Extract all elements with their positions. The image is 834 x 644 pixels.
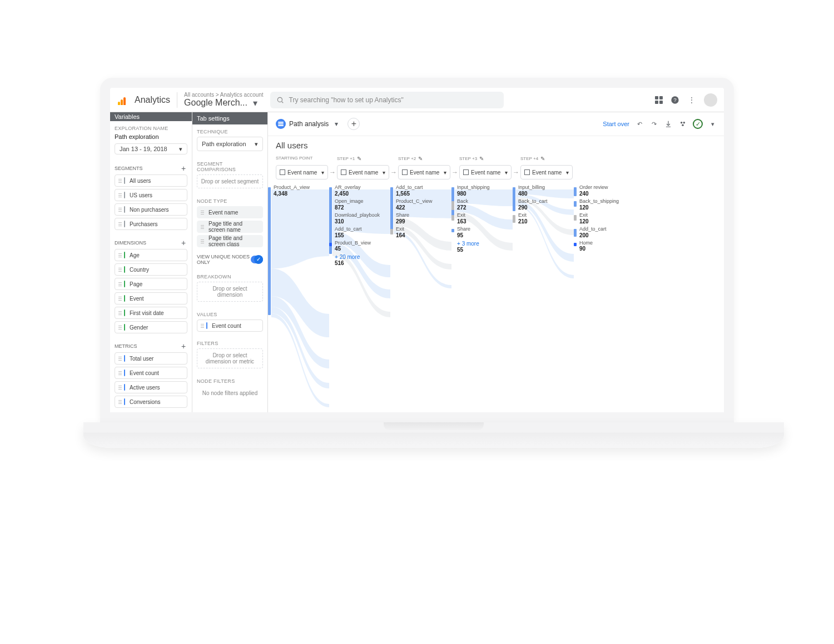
analytics-logo-icon bbox=[118, 95, 128, 105]
node-5-2[interactable]: Exit120 bbox=[574, 213, 635, 224]
breakdown-dropzone[interactable]: Drop or select dimension bbox=[197, 282, 263, 302]
node-type-chip-0[interactable]: Event name bbox=[197, 206, 263, 218]
node-type-chip-2[interactable]: Page title and screen class bbox=[197, 235, 263, 247]
add-segment-button[interactable]: + bbox=[180, 164, 187, 172]
node-1-0[interactable]: AR_overlay2,450 bbox=[329, 185, 390, 197]
view-unique-toggle[interactable] bbox=[251, 256, 263, 263]
node-type-chip-1[interactable]: Page title and screen name bbox=[197, 221, 263, 233]
step-picker-4[interactable]: Event name▾ bbox=[520, 165, 573, 179]
segment-chip-0[interactable]: All users bbox=[115, 174, 187, 187]
start-over-button[interactable]: Start over bbox=[603, 121, 629, 127]
date-range-picker[interactable]: Jan 13 - 19, 2018 ▾ bbox=[115, 143, 187, 154]
value-chip-0[interactable]: Event count bbox=[197, 319, 263, 332]
variables-panel: Variables — Exploration name Path explor… bbox=[110, 112, 192, 412]
segment-chip-3[interactable]: Purchasers bbox=[115, 218, 187, 230]
more-icon[interactable]: ⋮ bbox=[687, 96, 696, 104]
node-name: Order review bbox=[579, 185, 635, 191]
dimension-chip-0[interactable]: Age bbox=[115, 249, 187, 261]
account-picker[interactable]: All accounts > Analytics account Google … bbox=[184, 92, 264, 108]
node-3-4[interactable]: 3 more55 bbox=[451, 241, 513, 253]
status-check-icon[interactable]: ✓ bbox=[693, 119, 703, 129]
segment-chip-1[interactable]: US users bbox=[115, 189, 187, 201]
more-link[interactable]: 3 more bbox=[457, 241, 513, 247]
pencil-icon[interactable]: ✎ bbox=[418, 156, 423, 162]
node-2-1[interactable]: Product_C_view422 bbox=[390, 199, 451, 211]
collapse-icon[interactable]: — bbox=[178, 112, 187, 121]
node-3-2[interactable]: Exit163 bbox=[451, 213, 513, 224]
node-2-0[interactable]: Add_to_cart1,565 bbox=[390, 185, 451, 197]
step-header-0: STARTING POINT bbox=[276, 156, 337, 161]
chevron-down-icon: ▾ bbox=[444, 169, 446, 176]
technique-picker[interactable]: Path exploration ▾ bbox=[197, 137, 263, 151]
node-1-5[interactable]: 20 more516 bbox=[329, 254, 390, 266]
node-name: Back bbox=[457, 199, 513, 204]
chevron-down-icon: ▾ bbox=[505, 169, 508, 176]
metric-chip-3[interactable]: Conversions bbox=[115, 396, 187, 408]
avatar[interactable] bbox=[704, 93, 717, 107]
topbar-actions: ? ⋮ bbox=[655, 93, 717, 107]
svg-point-0 bbox=[277, 97, 282, 102]
node-name: Product_B_view bbox=[335, 241, 390, 246]
node-bar bbox=[329, 243, 332, 246]
node-bar bbox=[513, 201, 515, 211]
node-4-0[interactable]: Input_billing480 bbox=[513, 185, 574, 197]
node-5-0[interactable]: Order review240 bbox=[574, 185, 635, 197]
dimension-chip-4[interactable]: First visit date bbox=[115, 307, 187, 319]
pencil-icon[interactable]: ✎ bbox=[479, 156, 484, 162]
add-tab-button[interactable]: + bbox=[348, 118, 360, 130]
variables-title: Variables bbox=[115, 113, 140, 120]
node-2-2[interactable]: Share299 bbox=[390, 213, 451, 224]
node-5-3[interactable]: Add_to_cart200 bbox=[574, 227, 635, 238]
node-3-0[interactable]: Input_shipping980 bbox=[451, 185, 513, 197]
dimension-chip-1[interactable]: Country bbox=[115, 263, 187, 276]
node-3-1[interactable]: Back272 bbox=[451, 199, 513, 211]
tab-settings-title: Tab settings bbox=[197, 115, 230, 122]
dimension-chip-3[interactable]: Event bbox=[115, 292, 187, 304]
node-1-3[interactable]: Add_to_cart155 bbox=[329, 227, 390, 238]
node-4-1[interactable]: Back_to_cart290 bbox=[513, 199, 574, 211]
undo-icon[interactable]: ↶ bbox=[635, 119, 644, 128]
search-input[interactable]: Try searching "how to set up Analytics" bbox=[270, 92, 504, 108]
app-screen: Analytics All accounts > Analytics accou… bbox=[100, 78, 734, 422]
metric-chip-2[interactable]: Active users bbox=[115, 381, 187, 393]
exploration-name[interactable]: Path exploration bbox=[115, 133, 159, 140]
node-4-2[interactable]: Exit210 bbox=[513, 213, 574, 224]
step-picker-1[interactable]: Event name▾ bbox=[337, 165, 389, 179]
node-5-1[interactable]: Back_to_shipping120 bbox=[574, 199, 635, 211]
chip-label: First visit date bbox=[130, 310, 164, 316]
tab-path-analysis[interactable]: Path analysis ▾ bbox=[275, 117, 342, 131]
add-dimension-button[interactable]: + bbox=[180, 239, 187, 247]
pencil-icon[interactable]: ✎ bbox=[357, 156, 361, 162]
node-1-1[interactable]: Open_image872 bbox=[329, 199, 390, 211]
node-3-3[interactable]: Share95 bbox=[451, 227, 513, 238]
segments-label: SEGMENTS bbox=[115, 166, 143, 171]
segment-dropzone[interactable]: Drop or select segment bbox=[197, 174, 263, 188]
add-metric-button[interactable]: + bbox=[180, 342, 187, 350]
help-icon[interactable]: ? bbox=[671, 96, 679, 104]
step-picker-2[interactable]: Event name▾ bbox=[398, 165, 450, 179]
node-5-4[interactable]: Home90 bbox=[574, 241, 635, 252]
node-1-4[interactable]: Product_B_view45 bbox=[329, 241, 390, 252]
dimension-chip-2[interactable]: Page bbox=[115, 278, 187, 290]
redo-icon[interactable]: ↷ bbox=[649, 119, 658, 128]
apps-icon[interactable] bbox=[655, 96, 663, 104]
node-1-2[interactable]: Download_playbook310 bbox=[329, 213, 390, 224]
download-icon[interactable] bbox=[664, 119, 673, 128]
step-picker-0[interactable]: Event name▾ bbox=[276, 165, 328, 179]
tab-strip: Path analysis ▾ + Start over ↶ ↷ bbox=[268, 112, 724, 136]
chip-label: Country bbox=[130, 267, 149, 273]
more-link[interactable]: 20 more bbox=[335, 254, 390, 260]
metric-chip-1[interactable]: Event count bbox=[115, 367, 187, 379]
pencil-icon[interactable]: ✎ bbox=[540, 156, 545, 162]
segment-chip-2[interactable]: Non purchasers bbox=[115, 203, 187, 216]
node-2-3[interactable]: Exit164 bbox=[390, 227, 451, 238]
step-picker-3[interactable]: Event name▾ bbox=[459, 165, 512, 179]
metric-chip-0[interactable]: Total user bbox=[115, 352, 187, 365]
share-icon[interactable] bbox=[678, 119, 687, 128]
node-name: Share bbox=[457, 227, 513, 232]
node-0-0[interactable]: Product_A_view4,348 bbox=[268, 185, 329, 197]
node-bar bbox=[451, 229, 454, 232]
dimension-chip-5[interactable]: Gender bbox=[115, 321, 187, 333]
filters-dropzone[interactable]: Drop or select dimension or metric bbox=[197, 348, 263, 368]
collapse-icon[interactable]: — bbox=[254, 114, 263, 123]
